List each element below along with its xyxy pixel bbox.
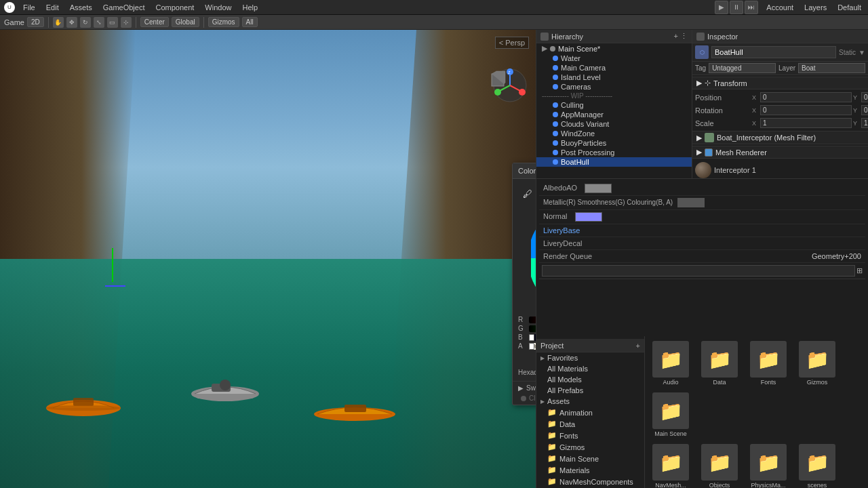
hierarchy-item-clouds[interactable]: Clouds Variant: [536, 119, 692, 129]
menu-file[interactable]: File: [20, 3, 38, 12]
tree-animation[interactable]: 📁 Animation: [536, 407, 644, 418]
toolbar-icon-move[interactable]: ✥: [66, 17, 77, 28]
boat-1: [43, 388, 124, 420]
toolbar-icon-transform[interactable]: ⊹: [121, 17, 132, 28]
navmesh-thumb: 📁: [652, 444, 689, 481]
menu-assets[interactable]: Assets: [67, 3, 95, 12]
asset-fonts[interactable]: 📁 Fonts: [745, 339, 791, 388]
toolbar-icon-rotate[interactable]: ↻: [80, 17, 91, 28]
alpha-thumb[interactable]: [529, 343, 534, 350]
hierarchy-item-windzone[interactable]: WindZone: [536, 129, 692, 138]
hierarchy-item-island[interactable]: Island Level: [536, 73, 692, 82]
menu-help[interactable]: Help: [239, 3, 260, 12]
tree-all-models[interactable]: All Models: [536, 374, 644, 385]
project-add-btn[interactable]: +: [636, 342, 640, 350]
asset-objects[interactable]: 📁 Objects: [696, 442, 743, 488]
swatches-header[interactable]: ▶ Swatches ⋮: [518, 384, 536, 392]
asset-gizmos[interactable]: 📁 Gizmos: [794, 339, 840, 388]
data-asset-label: Data: [713, 379, 726, 386]
hierarchy-item-appmanager[interactable]: AppManager: [536, 110, 692, 119]
normal-swatch[interactable]: [575, 212, 602, 222]
tree-data[interactable]: 📁 Data: [536, 418, 644, 430]
hierarchy-item-cameras[interactable]: Cameras: [536, 82, 692, 92]
layers-dropdown[interactable]: Layers: [802, 3, 829, 12]
toolbar-icon-hand[interactable]: ✋: [53, 17, 64, 28]
asset-data[interactable]: 📁 Data: [696, 339, 743, 388]
metallic-swatch[interactable]: [677, 198, 705, 207]
object-name-field[interactable]: [711, 46, 836, 58]
mesh-filter-label: Boat_Interceptor (Mesh Filter): [717, 134, 816, 142]
pause-button[interactable]: ⏸: [730, 1, 743, 14]
hierarchy-item-buoy[interactable]: BuoyParticles: [536, 138, 692, 148]
perspective-label: < Persp: [495, 37, 529, 49]
tree-fonts[interactable]: 📁 Fonts: [536, 430, 644, 441]
layout-dropdown[interactable]: Default: [835, 3, 864, 12]
step-button[interactable]: ⏭: [745, 1, 758, 14]
hierarchy-item-water[interactable]: Water: [536, 54, 692, 63]
tree-gizmos[interactable]: 📁 Gizmos: [536, 441, 644, 453]
gizmos-label: Gizmos: [559, 443, 585, 451]
tree-favorites[interactable]: ▶ Favorites: [536, 352, 644, 363]
menu-edit[interactable]: Edit: [43, 3, 62, 12]
tree-main-scene[interactable]: 📁 Main Scene: [536, 453, 644, 464]
transform-arrow[interactable]: ▶: [696, 79, 702, 87]
viewport-cube[interactable]: [488, 70, 509, 92]
gizmos-thumb: 📁: [799, 341, 835, 378]
tree-navmesh[interactable]: 📁 NavMeshComponents: [536, 476, 644, 487]
menu-component[interactable]: Component: [153, 3, 197, 12]
color-wheel[interactable]: [531, 207, 536, 309]
tree-all-prefabs[interactable]: All Prefabs: [536, 385, 644, 396]
hierarchy-menu-btn[interactable]: ⋮: [680, 32, 688, 41]
tree-assets[interactable]: ▶ Assets: [536, 396, 644, 407]
main-scene-label: Main Scene: [559, 455, 599, 463]
all-label[interactable]: All: [242, 17, 258, 27]
blue-slider[interactable]: [529, 334, 536, 341]
inspector-search-btn[interactable]: ⊞: [856, 266, 863, 275]
hierarchy-item-boathull[interactable]: BoatHull: [536, 157, 692, 167]
eyedropper-button[interactable]: 🖋: [521, 187, 534, 201]
center-button[interactable]: Center: [140, 17, 169, 27]
2d-button[interactable]: 2D: [27, 17, 44, 27]
green-slider[interactable]: [529, 325, 536, 332]
mesh-renderer-checkbox[interactable]: [705, 148, 713, 157]
layer-dropdown[interactable]: Boat: [798, 63, 865, 73]
gizmos-dropdown[interactable]: Gizmos: [208, 17, 239, 27]
play-button[interactable]: ▶: [715, 1, 728, 14]
blue-thumb[interactable]: [529, 334, 534, 341]
toolbar-icon-scale[interactable]: ⤡: [94, 17, 104, 28]
move-arrow-up[interactable]: [112, 248, 113, 282]
asset-navmesh[interactable]: 📁 NavMesh...: [648, 442, 694, 488]
buoy-label: BuoyParticles: [561, 139, 606, 147]
tree-materials[interactable]: 📁 Materials: [536, 464, 644, 476]
hierarchy-item[interactable]: ▶ Main Scene*: [536, 43, 692, 54]
asset-scenes[interactable]: 📁 scenes: [794, 442, 840, 488]
account-label[interactable]: Account: [764, 3, 796, 12]
asset-main-scene[interactable]: 📁 Main Scene: [648, 390, 694, 439]
asset-row-2: 📁 NavMesh... 📁 Objects 📁 PhysicsMa... 📁 …: [648, 442, 865, 488]
toolbar-icon-rect[interactable]: ▭: [107, 17, 118, 28]
menu-gameobject[interactable]: GameObject: [100, 3, 148, 12]
hierarchy-item-camera[interactable]: Main Camera: [536, 63, 692, 73]
hierarchy-item-culling[interactable]: Culling: [536, 100, 692, 110]
global-button[interactable]: Global: [172, 17, 199, 27]
albedo-swatch[interactable]: [585, 184, 612, 193]
project-browser: Project + ▶ Favorites All Materials All …: [536, 336, 868, 488]
hierarchy-add-btn[interactable]: +: [674, 32, 678, 41]
scene-viewport[interactable]: Z < Persp Color: [0, 30, 536, 488]
asset-audio[interactable]: 📁 Audio: [648, 339, 694, 388]
alpha-slider[interactable]: [529, 343, 536, 350]
hierarchy-item-postprocessing[interactable]: Post Processing: [536, 148, 692, 157]
move-arrow-horizontal[interactable]: [105, 285, 125, 287]
mesh-renderer-arrow[interactable]: ▶: [696, 148, 702, 157]
camera-icon: [553, 65, 558, 70]
mesh-filter-arrow[interactable]: ▶: [696, 134, 702, 142]
asset-physics[interactable]: 📁 PhysicsMa...: [745, 442, 791, 488]
static-dropdown[interactable]: ▼: [859, 49, 865, 56]
tree-all-materials[interactable]: All Materials: [536, 363, 644, 374]
menu-window[interactable]: Window: [202, 3, 234, 12]
red-slider[interactable]: [529, 317, 536, 323]
add-swatch-hint[interactable]: Click to add new preset: [518, 394, 536, 402]
liverybase-label[interactable]: LiveryBase: [543, 226, 580, 235]
tag-dropdown[interactable]: Untagged: [709, 63, 776, 73]
inspector-search[interactable]: [542, 265, 855, 277]
